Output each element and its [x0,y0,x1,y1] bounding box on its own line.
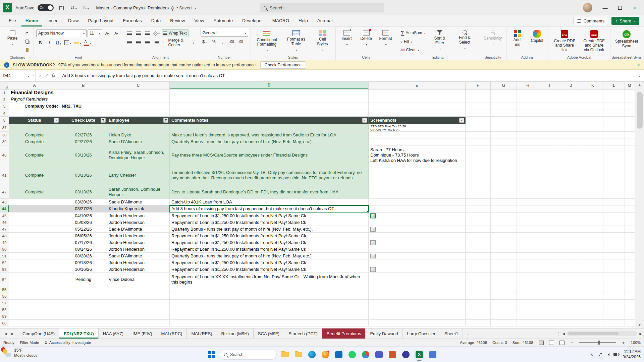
borders-button[interactable] [63,39,72,47]
horizontal-scrollbar[interactable] [567,331,637,336]
cell-m[interactable] [625,124,634,131]
accounting-format-button[interactable]: $ [201,38,209,46]
increase-decimal-button[interactable]: .00 [228,38,236,46]
header-shots[interactable]: Screenshots [369,117,466,124]
cell-j[interactable] [560,124,582,131]
cell-l[interactable] [603,89,625,96]
comma-style-button[interactable]: , [219,38,227,46]
row-header-46[interactable]: 46 [0,219,9,226]
taskbar-icon-excel[interactable]: X [414,350,424,360]
cell-m[interactable] [625,117,634,124]
cell-m[interactable] [625,185,634,198]
cell-l[interactable] [603,165,625,185]
column-header-b[interactable]: B [60,82,107,89]
align-middle-button[interactable] [135,29,143,37]
cell-f[interactable] [466,239,491,246]
cell-f[interactable] [466,138,491,145]
row-header-58[interactable]: 58 [0,306,9,313]
ribbon-tab-insert[interactable]: Insert [43,15,63,26]
filter-employee-button[interactable] [163,118,168,123]
cell-m[interactable] [625,205,634,212]
underline-button[interactable]: U [54,39,62,47]
cell-screenshots-58[interactable] [369,306,466,313]
cell-status-46[interactable] [9,219,60,226]
row-header-56[interactable]: 56 [0,293,9,299]
sheet-tab-compone-u4f[interactable]: CompOne (U4F) [18,328,59,339]
cell-date-50[interactable]: 08/14/26 [60,246,107,252]
formula-input[interactable]: Add 8 hours of missing pay from last pay… [59,70,635,81]
cell-g[interactable] [491,320,517,326]
cell-g[interactable] [491,266,517,273]
decrease-indent-button[interactable] [153,39,161,47]
cell-i[interactable] [539,246,560,252]
cell-l[interactable] [603,313,625,319]
cell-date-48[interactable]: 06/05/26 [60,233,107,239]
cell-date-45[interactable]: 04/10/26 [60,213,107,219]
cell-l[interactable] [603,273,625,286]
bold-button[interactable]: B [36,39,44,47]
cell-g[interactable] [491,205,517,212]
cell-f[interactable] [466,246,491,252]
ribbon-tab-acrobat[interactable]: Acrobat [313,15,337,26]
start-button[interactable] [206,350,216,360]
normal-view-button[interactable] [539,341,544,345]
cell-date-54[interactable]: Pending [60,273,107,286]
row-header-47[interactable]: 47 [0,226,9,232]
cell-f[interactable] [466,313,491,319]
cell-g[interactable] [491,185,517,198]
user-avatar[interactable] [583,3,592,12]
ribbon-tab-data[interactable]: Data [147,15,165,26]
cell-screenshots-59[interactable] [369,313,466,319]
cell-employee-47[interactable]: Sadie D'Alimonte [107,226,170,232]
cell-employee-48[interactable]: Jordon Henderson [107,233,170,239]
cell-screenshots-53[interactable] [369,266,466,273]
cell-g[interactable] [491,259,517,266]
cell-h[interactable] [517,320,539,326]
cell-i[interactable] [539,313,560,319]
cell-company-code-label[interactable]: Company Code: [9,103,60,110]
cell-g[interactable] [491,219,517,226]
cell-k[interactable] [582,205,603,212]
column-header-k[interactable]: K [582,82,603,89]
cell-h[interactable] [517,138,539,145]
row-header-54[interactable]: 54 [0,273,9,286]
cell-f[interactable] [466,233,491,239]
cell-i[interactable] [539,165,560,185]
cell-status-43[interactable] [9,199,60,205]
cell-screenshots-54[interactable] [369,273,466,286]
cell-k[interactable] [582,103,603,110]
cell-f[interactable] [466,132,491,138]
cell-h[interactable] [517,132,539,138]
cell-f[interactable] [466,165,491,185]
cell-k[interactable] [582,199,603,205]
cell-employee-51[interactable]: Sadie D'Alimonte [107,253,170,259]
cell-notes-48[interactable]: Repayment of Loan in $1,250.00 Installme… [170,233,369,239]
cell-date-51[interactable]: 08/28/26 [60,253,107,259]
cell-j[interactable] [560,117,582,124]
cell-l[interactable] [603,266,625,273]
cell-g[interactable] [491,103,517,110]
cell-g[interactable] [491,300,517,306]
cell-j[interactable] [560,205,582,212]
cell-date-41[interactable]: 03/13/26 [60,165,107,185]
cell-i[interactable] [539,293,560,299]
cell-j[interactable] [560,286,582,293]
cell-notes-58[interactable] [170,306,369,313]
cell-i[interactable] [539,117,560,124]
cell-l[interactable] [603,259,625,266]
cell-m[interactable] [625,226,634,232]
cell-h[interactable] [517,239,539,246]
cell-g[interactable] [491,239,517,246]
cell-m[interactable] [625,165,634,185]
cell-m[interactable] [625,239,634,246]
cell-employee-45[interactable]: Jordon Henderson [107,213,170,219]
sheet-tab-sca-m9f[interactable]: SCA (M9F) [254,328,284,339]
cell-l[interactable] [603,96,625,103]
header-status[interactable]: Status [9,117,60,124]
cell-h[interactable] [517,110,539,116]
cell-l[interactable] [603,286,625,293]
cell-notes-42[interactable]: Jess to Update Sarah and Dominque's DD o… [170,185,369,198]
delete-cells-button[interactable]: Delete [358,29,375,54]
header-employee[interactable]: Employee [107,117,170,124]
filter-notes-button[interactable] [362,118,367,123]
